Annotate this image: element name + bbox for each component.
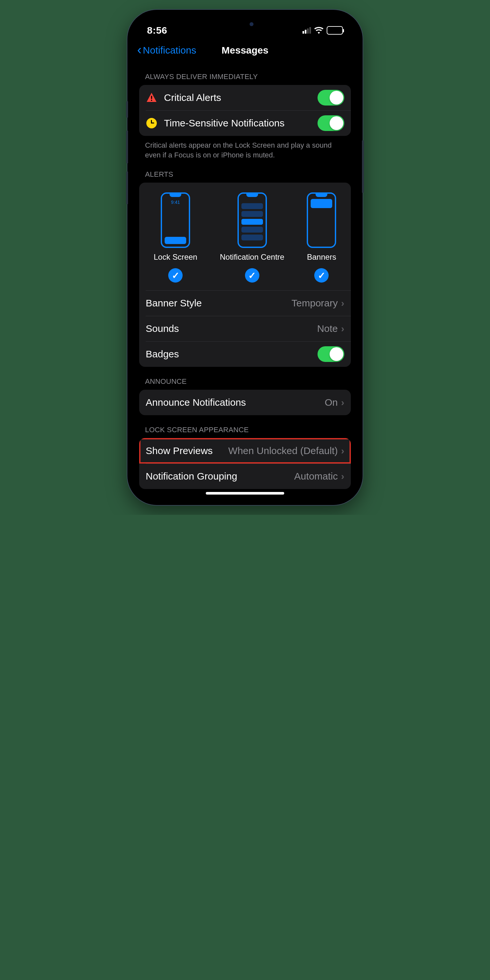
clock-icon (146, 118, 157, 128)
grouping-label: Notification Grouping (146, 471, 294, 482)
sounds-label: Sounds (146, 323, 317, 334)
section-header-alerts: Alerts (139, 160, 351, 183)
notification-centre-label: Notification Centre (220, 253, 284, 262)
navigation-bar: ‹ Notifications Messages (133, 38, 357, 62)
sounds-row[interactable]: Sounds Note › (139, 316, 351, 341)
home-indicator[interactable] (206, 492, 284, 495)
banners-label: Banners (307, 253, 336, 262)
grouping-value: Automatic (294, 471, 338, 482)
badges-toggle[interactable] (318, 346, 344, 362)
time-sensitive-toggle[interactable] (318, 115, 344, 131)
chevron-right-icon: › (341, 323, 344, 334)
chevron-right-icon: › (341, 445, 344, 457)
screen: 8:56 63 ‹ Notifications Messages (133, 16, 357, 499)
critical-alerts-toggle[interactable] (318, 90, 344, 105)
cellular-signal-icon (302, 27, 311, 33)
banner-style-label: Banner Style (146, 298, 291, 309)
time-sensitive-row[interactable]: Time-Sensitive Notifications (139, 110, 351, 136)
show-previews-label: Show Previews (146, 445, 228, 457)
svg-rect-0 (151, 96, 152, 99)
chevron-right-icon: › (341, 471, 344, 482)
time-sensitive-label: Time-Sensitive Notifications (164, 118, 318, 129)
notification-centre-phone-icon (237, 192, 267, 248)
section-header-lockscreen: Lock Screen Appearance (139, 415, 351, 438)
banners-preview[interactable]: Banners ✓ (307, 192, 336, 283)
announce-value: On (325, 397, 338, 408)
banners-check-icon[interactable]: ✓ (314, 268, 329, 283)
lock-screen-phone-icon: 9:41 (161, 192, 190, 248)
wifi-icon (314, 27, 323, 34)
volume-up-button (126, 130, 128, 163)
lockscreen-card: Show Previews When Unlocked (Default) › … (139, 438, 351, 489)
sounds-value: Note (317, 323, 338, 334)
page-title: Messages (221, 45, 268, 56)
status-time: 8:56 (147, 25, 167, 36)
banner-style-value: Temporary (291, 298, 338, 309)
alerts-card: 9:41 Lock Screen ✓ Notific (139, 183, 351, 367)
section-header-deliver: Always Deliver Immediately (139, 62, 351, 85)
chevron-right-icon: › (341, 397, 344, 408)
badges-row[interactable]: Badges (139, 341, 351, 367)
svg-point-1 (151, 100, 152, 101)
battery-icon: 63 (327, 26, 343, 35)
lock-screen-label: Lock Screen (154, 253, 197, 262)
power-button (362, 140, 364, 193)
announce-label: Announce Notifications (146, 397, 325, 408)
volume-down-button (126, 172, 128, 204)
phone-frame: 8:56 63 ‹ Notifications Messages (127, 10, 363, 505)
critical-alerts-label: Critical Alerts (164, 92, 318, 103)
show-previews-value: When Unlocked (Default) (228, 445, 338, 457)
notch (212, 16, 278, 33)
notification-centre-check-icon[interactable]: ✓ (245, 268, 259, 283)
deliver-card: Critical Alerts Time-Sensitive Notificat… (139, 85, 351, 136)
chevron-right-icon: › (341, 298, 344, 309)
notification-centre-preview[interactable]: Notification Centre ✓ (220, 192, 284, 283)
lock-screen-preview[interactable]: 9:41 Lock Screen ✓ (154, 192, 197, 283)
alert-style-previews: 9:41 Lock Screen ✓ Notific (139, 183, 351, 290)
section-header-announce: Announce (139, 367, 351, 390)
lock-screen-check-icon[interactable]: ✓ (168, 268, 183, 283)
deliver-footer: Critical alerts appear on the Lock Scree… (139, 136, 351, 160)
announce-notifications-row[interactable]: Announce Notifications On › (139, 390, 351, 415)
mute-switch (126, 101, 128, 118)
announce-card: Announce Notifications On › (139, 390, 351, 415)
back-button[interactable]: ‹ Notifications (137, 45, 196, 56)
notification-grouping-row[interactable]: Notification Grouping Automatic › (139, 463, 351, 489)
banner-style-row[interactable]: Banner Style Temporary › (139, 290, 351, 316)
warning-triangle-icon (146, 92, 158, 103)
banners-phone-icon (307, 192, 336, 248)
show-previews-row[interactable]: Show Previews When Unlocked (Default) › (139, 438, 351, 463)
critical-alerts-row[interactable]: Critical Alerts (139, 85, 351, 110)
front-camera (250, 22, 253, 26)
back-label: Notifications (143, 45, 196, 56)
badges-label: Badges (146, 348, 318, 360)
